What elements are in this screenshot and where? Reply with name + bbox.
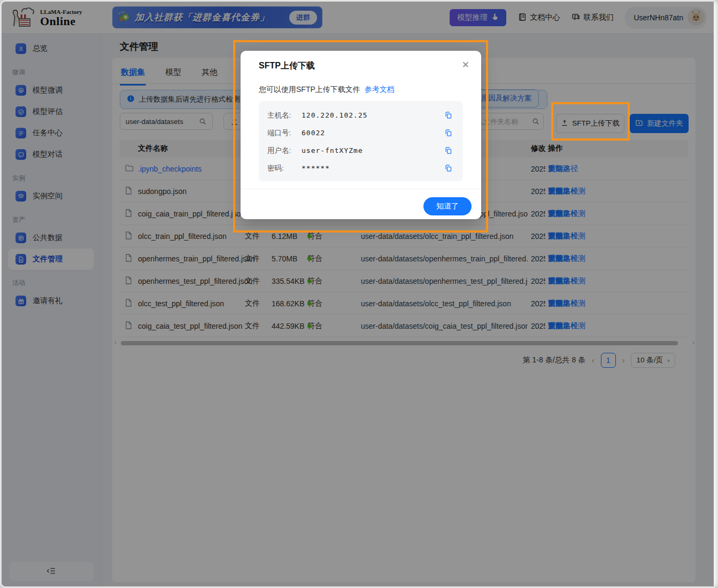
got-it-button[interactable]: 知道了 <box>423 197 472 215</box>
credential-value: ****** <box>302 164 330 172</box>
credential-label: 端口号: <box>267 128 302 138</box>
reference-doc-link[interactable]: 参考文档 <box>365 85 395 94</box>
credential-label: 用户名: <box>267 146 302 156</box>
app-window: LLaMA-Factory Online 加入社群获「进群金喜代金券」 进群 模… <box>0 0 718 588</box>
credential-label: 密码: <box>267 164 302 173</box>
credential-row: 密码:****** <box>267 159 452 177</box>
sftp-modal: SFTP上传下载 ✕ 您可以使用SFTP上传下载文件参考文档 主机名:120.2… <box>241 51 481 219</box>
copy-icon[interactable] <box>444 146 452 154</box>
copy-icon[interactable] <box>444 129 452 137</box>
credential-row: 用户名:user-fntXYZme <box>267 142 452 159</box>
modal-title: SFTP上传下载 <box>259 60 315 72</box>
sftp-credentials-box: 主机名:120.220.102.25端口号:60022用户名:user-fntX… <box>259 101 463 181</box>
copy-icon[interactable] <box>444 164 452 172</box>
credential-label: 主机名: <box>267 111 302 120</box>
credential-row: 端口号:60022 <box>267 124 452 142</box>
credential-value: 120.220.102.25 <box>302 111 368 119</box>
modal-description: 您可以使用SFTP上传下载文件 <box>259 85 360 94</box>
credential-row: 主机名:120.220.102.25 <box>267 106 452 124</box>
browser-scrollbar[interactable] <box>714 2 716 586</box>
close-icon[interactable]: ✕ <box>462 59 469 71</box>
credential-value: 60022 <box>302 129 325 137</box>
credential-value: user-fntXYZme <box>302 146 363 154</box>
copy-icon[interactable] <box>444 111 452 119</box>
